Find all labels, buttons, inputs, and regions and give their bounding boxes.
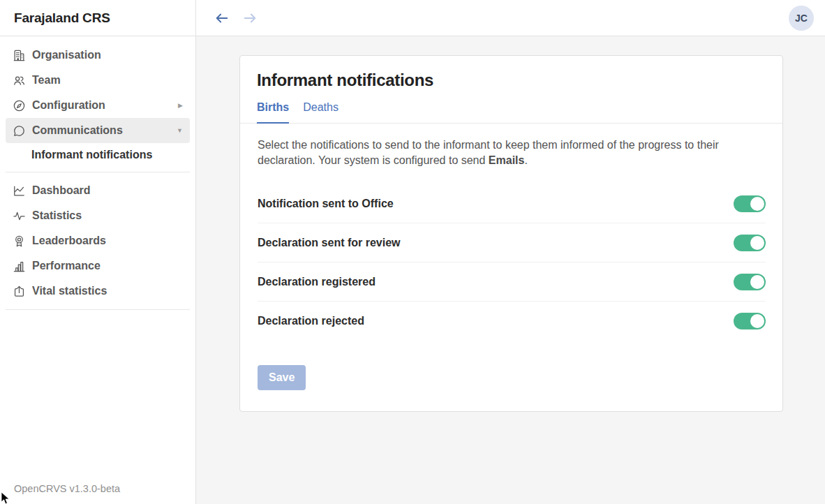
sidebar-item-dashboard[interactable]: Dashboard [6,178,190,203]
toggle-rows: Notification sent to Office Declaration … [258,184,766,341]
back-button[interactable] [213,9,231,27]
app-version: OpenCRVS v1.3.0-beta [14,483,120,494]
bar-chart-icon [12,259,26,273]
description-bold: Emails [489,154,525,166]
card-header: Informant notifications Births Deaths [240,56,782,124]
sidebar-item-label: Communications [32,124,123,137]
sidebar-divider [6,309,190,310]
toggle-knob [750,236,764,250]
toggle-notification-sent-to-office[interactable] [734,195,766,212]
informant-notifications-card: Informant notifications Births Deaths Se… [239,55,783,412]
building-icon [12,48,26,62]
activity-icon [12,209,26,223]
forward-button[interactable] [241,9,259,27]
team-icon [12,73,26,87]
toggle-knob [750,275,764,289]
sidebar-item-informant-notifications[interactable]: Informant notifications [6,143,190,166]
chevron-down-icon: ▼ [177,128,183,134]
line-chart-icon [12,184,26,198]
export-icon [12,284,26,298]
toggle-row-label: Declaration sent for review [258,237,401,249]
forward-arrow-icon [242,10,258,26]
toggle-row-label: Notification sent to Office [258,198,394,210]
toggle-row-declaration-rejected: Declaration rejected [258,302,766,341]
sidebar-item-communications[interactable]: Communications ▼ [6,118,190,143]
back-arrow-icon [214,10,230,26]
toggle-declaration-rejected[interactable] [734,313,766,329]
toggle-knob [750,314,764,328]
sidebar-item-team[interactable]: Team [6,68,190,93]
toggle-row-label: Declaration registered [258,276,376,288]
sidebar-item-label: Leaderboards [32,235,106,247]
sidebar-item-label: Vital statistics [32,285,107,297]
tab-births[interactable]: Births [257,101,289,124]
sidebar-divider [6,172,190,172]
toggle-row-label: Declaration rejected [258,315,364,327]
sidebar-item-label: Statistics [32,209,82,222]
toggle-knob [750,197,764,211]
medal-icon [12,234,26,248]
chevron-right-icon: ▶ [178,103,183,109]
toggle-row-notification-sent-to-office: Notification sent to Office [258,184,766,223]
card-body: Select the notifications to send to the … [240,124,782,411]
sidebar-nav: Organisation Team Configuration ▶ Commun… [0,36,195,310]
sidebar-item-label: Team [32,74,61,87]
app-title: Farajaland CRS [14,10,110,26]
save-button[interactable]: Save [258,365,306,390]
sidebar-item-label: Organisation [32,49,101,61]
sidebar-item-label: Configuration [32,99,105,112]
sidebar-item-leaderboards[interactable]: Leaderboards [6,228,190,253]
page-title: Informant notifications [257,71,766,90]
topbar: JC [196,0,825,36]
main-content: Informant notifications Births Deaths Se… [196,36,825,504]
sidebar-subitem-label: Informant notifications [31,149,152,161]
tab-deaths[interactable]: Deaths [303,101,339,124]
sidebar-item-label: Dashboard [32,184,91,197]
sidebar-item-configuration[interactable]: Configuration ▶ [6,93,190,118]
sidebar-header: Farajaland CRS [0,0,195,36]
avatar[interactable]: JC [789,6,814,31]
compass-icon [12,98,26,112]
sidebar-item-label: Performance [32,260,101,272]
mouse-cursor [1,491,10,504]
sidebar-item-vital-statistics[interactable]: Vital statistics [6,279,190,304]
toggle-declaration-sent-for-review[interactable] [734,235,766,251]
sidebar-item-performance[interactable]: Performance [6,253,190,279]
sidebar: Farajaland CRS Organisation Team Configu… [0,0,196,504]
sidebar-item-statistics[interactable]: Statistics [6,203,190,228]
toggle-declaration-registered[interactable] [734,274,766,290]
speech-bubble-icon [12,124,26,138]
toggle-row-declaration-registered: Declaration registered [258,262,766,302]
tabs: Births Deaths [257,101,766,123]
sidebar-item-organisation[interactable]: Organisation [6,43,190,68]
description-text: Select the notifications to send to the … [258,138,764,168]
toggle-row-declaration-sent-for-review: Declaration sent for review [258,223,766,262]
